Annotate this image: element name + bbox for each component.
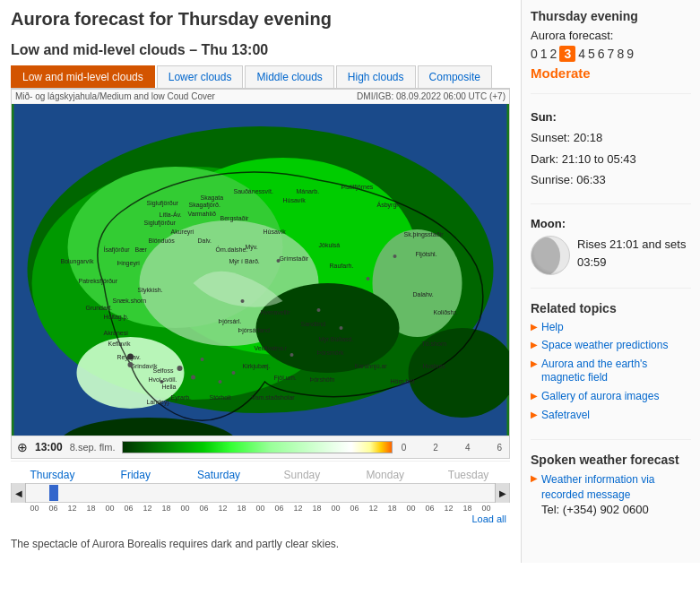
timeline-next-btn[interactable]: ▶ (495, 483, 509, 503)
moon-text: Rises 21:01 and sets 03:59 (577, 236, 691, 273)
period-section: Thursday evening Aurora forecast: 0 1 2 … (531, 9, 691, 94)
aurora-label: Aurora forecast: (531, 29, 691, 42)
map-image: Patreksfjörður Ísafjörður Siglufjörður S… (12, 104, 509, 436)
day-monday: Monday (343, 467, 427, 483)
svg-text:Stórholt: Stórholt (210, 394, 231, 401)
svg-text:Þórsmörk: Þórsmörk (317, 349, 344, 356)
map-time-display: 13:00 (35, 441, 63, 453)
svg-text:Holtag.þ.: Holtag.þ. (104, 314, 129, 321)
svg-text:Grindavík: Grindavík (131, 363, 158, 369)
svg-point-23 (340, 326, 343, 330)
svg-text:Fjöl.urh.: Fjöl.urh. (274, 375, 297, 382)
spoken-forecast-section: Spoken weather forecast ▶ Weather inform… (531, 453, 691, 529)
load-all-link[interactable]: Load all (471, 513, 506, 524)
svg-text:Sauðánessvít.: Sauðánessvít. (234, 188, 273, 194)
hour-labels: 00 06 12 18 00 06 12 18 00 06 12 18 00 0… (11, 504, 510, 513)
right-panel: Thursday evening Aurora forecast: 0 1 2 … (521, 0, 700, 563)
svg-text:Karahnjú.ar: Karahnjú.ar (355, 363, 388, 370)
svg-text:Lítla-Áv.: Lítla-Áv. (160, 211, 182, 218)
svg-text:Mýr í Bárð.: Mýr í Bárð. (229, 258, 260, 265)
svg-text:Hveravellir: Hveravellir (261, 309, 291, 315)
spoken-link: ▶ Weather information via recorded messa… (531, 472, 691, 516)
timeline-section: Thursday Friday Saturday Sunday Monday T… (11, 461, 510, 531)
svg-text:Hörn.fröt: Hörn.fröt (391, 378, 415, 384)
related-topics-title: Related topics (531, 301, 691, 315)
svg-text:Sandtind: Sandtind (301, 321, 326, 327)
svg-text:Grímstaðir: Grímstaðir (280, 255, 309, 262)
timeline-prev-btn[interactable]: ◀ (12, 483, 26, 503)
aurora-section: Aurora forecast: 0 1 2 3 4 5 6 7 8 9 Mod… (531, 29, 691, 81)
footer-text: The spectacle of Aurora Borealis require… (11, 531, 510, 554)
day-friday[interactable]: Friday (94, 467, 177, 483)
spoken-forecast-title: Spoken weather forecast (531, 453, 691, 467)
load-all-container: Load all (11, 513, 510, 525)
arrow-icon-3: ▶ (531, 358, 538, 368)
days-row: Thursday Friday Saturday Sunday Monday T… (11, 467, 510, 483)
svg-text:Stykkish.: Stykkish. (138, 287, 163, 294)
svg-text:Mánarb.: Mánarb. (297, 188, 320, 194)
map-legend-labels: 0 2 4 6 (400, 443, 504, 453)
svg-text:Varmahlíð: Varmahlíð (188, 211, 216, 217)
arrow-icon-spoken: ▶ (531, 473, 538, 483)
tab-middle-clouds[interactable]: Middle clouds (245, 65, 333, 88)
svg-text:Þórshöfn: Þórshöfn (310, 376, 335, 383)
map-pan-icon[interactable]: ⊕ (17, 440, 28, 454)
section-title: Low and mid-level clouds – Thu 13:00 (11, 42, 510, 58)
svg-text:Hvalnes: Hvalnes (423, 363, 446, 369)
svg-text:Húsavík: Húsavík (283, 197, 307, 203)
svg-point-16 (232, 371, 236, 375)
svg-text:Sk.þingsstaðir: Sk.þingsstaðir (404, 231, 445, 238)
svg-text:Snæk.shorn: Snæk.shorn (113, 298, 147, 304)
map-header: Mið- og lágskyjahula/Medium and low Coud… (12, 90, 509, 104)
spoken-link-text[interactable]: Weather information via recorded message (541, 473, 655, 501)
sun-label: Sun: (531, 110, 557, 124)
svg-text:Akranesi: Akranesi (104, 330, 129, 336)
arrow-icon-2: ▶ (531, 340, 538, 349)
sun-section: Sun: Sunset: 20:18 Dark: 21:10 to 05:43 … (531, 107, 691, 204)
related-link-gallery: ▶ Gallery of aurora images (531, 390, 691, 404)
svg-text:Kirkjubæj.: Kirkjubæj. (243, 363, 271, 370)
svg-text:Raufarh.: Raufarh. (330, 263, 354, 269)
svg-text:Eyrarb.: Eyrarb. (171, 394, 192, 401)
svg-text:Mýv.: Mýv. (246, 244, 258, 251)
tab-bar: Low and mid-level clouds Lower clouds Mi… (11, 65, 510, 89)
tab-lower-clouds[interactable]: Lower clouds (157, 65, 244, 88)
timeline-slider-row: ◀ ▶ (11, 483, 510, 503)
day-thursday[interactable]: Thursday (11, 467, 94, 483)
svg-text:Siglufjörður: Siglufjörður (144, 220, 177, 227)
related-link-help: ▶ Help (531, 321, 691, 335)
day-sunday: Sunday (260, 467, 343, 483)
svg-text:Dalv.: Dalv. (198, 237, 212, 244)
moon-label: Moon: (531, 217, 566, 230)
sunrise-text: Sunrise: 06:33 (531, 169, 691, 190)
map-timestamp: DMI/IGB: 08.09.2022 06:00 UTC (+7) (357, 91, 506, 101)
tab-low-mid-clouds[interactable]: Low and mid-level clouds (11, 65, 155, 88)
svg-text:Veidivatna.r: Veidivatna.r (255, 345, 288, 351)
map-footer: ⊕ 13:00 8.sep. flm. 0 2 4 6 (12, 436, 509, 458)
sunset-text: Sunset: 20:18 (531, 127, 691, 148)
moon-content: Rises 21:01 and sets 03:59 (531, 236, 691, 275)
svg-text:Þingeyri: Þingeyri (117, 260, 141, 267)
related-topics-section: Related topics ▶ Help ▶ Space weather pr… (531, 301, 691, 441)
svg-text:Vam.staðsholar: Vam.staðsholar (252, 394, 296, 401)
arrow-icon-4: ▶ (531, 391, 538, 401)
tab-composite[interactable]: Composite (418, 65, 492, 88)
page-title: Aurora forecast for Thursday evening (11, 9, 510, 30)
svg-text:Fljótshl.: Fljótshl. (416, 251, 437, 258)
day-saturday[interactable]: Saturday (177, 467, 261, 483)
related-link-space-weather: ▶ Space weather predictions (531, 339, 691, 353)
timeline-track (26, 483, 495, 503)
svg-point-15 (201, 358, 204, 361)
svg-text:Jökulsá: Jökulsá (319, 242, 341, 248)
map-legend-bar (122, 441, 392, 453)
svg-text:Blönduós: Blönduós (149, 237, 176, 244)
svg-text:Óm.dalshe.: Óm.dalshe. (216, 246, 248, 253)
tab-high-clouds[interactable]: High clouds (336, 65, 416, 88)
timeline-thumb[interactable] (49, 485, 58, 501)
svg-text:Húsavík: Húsavík (264, 229, 287, 235)
sun-info: Sun: Sunset: 20:18 Dark: 21:10 to 05:43 … (531, 107, 691, 191)
svg-text:Skagafjörð.: Skagafjörð. (189, 202, 220, 209)
map-date-display: 8.sep. flm. (70, 442, 116, 453)
svg-text:Bær: Bær (135, 246, 148, 253)
svg-point-22 (317, 308, 321, 312)
